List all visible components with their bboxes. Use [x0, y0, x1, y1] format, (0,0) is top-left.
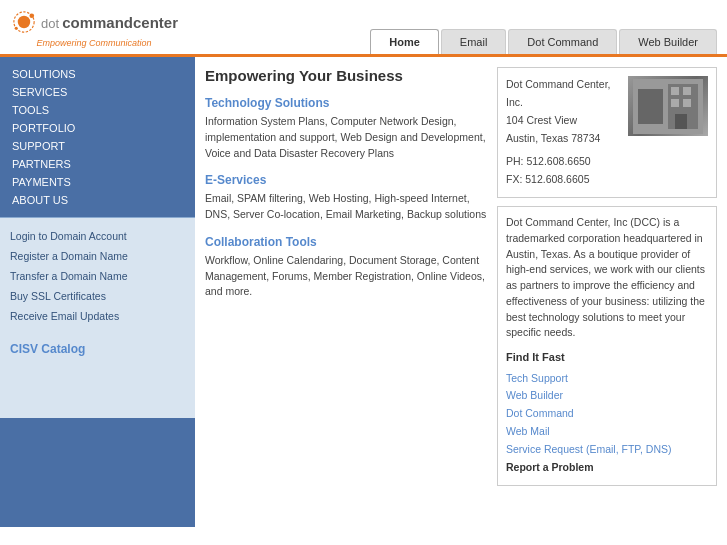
sidebar-link-register[interactable]: Register a Domain Name [10, 246, 185, 266]
quick-link-web-mail[interactable]: Web Mail [506, 423, 708, 441]
logo-dot-text: dot [41, 16, 59, 31]
logo-area: dot commandcenter Empowering Communicati… [10, 8, 178, 54]
svg-rect-8 [683, 87, 691, 95]
sidebar-item-portfolio[interactable]: PORTFOLIO [10, 119, 185, 137]
sidebar-item-solutions[interactable]: SOLUTIONS [10, 65, 185, 83]
svg-rect-5 [638, 89, 663, 124]
sidebar-link-ssl[interactable]: Buy SSL Certificates [10, 286, 185, 306]
section-text-tech: Information System Plans, Computer Netwo… [205, 114, 487, 161]
quick-link-dot-command[interactable]: Dot Command [506, 405, 708, 423]
content-left: Empowering Your Business Technology Solu… [205, 67, 487, 517]
svg-rect-9 [671, 99, 679, 107]
sidebar-item-tools[interactable]: TOOLS [10, 101, 185, 119]
svg-rect-11 [675, 114, 687, 129]
content-right: Dot Command Center, Inc. 104 Crest View … [497, 67, 717, 517]
company-phone: PH: 512.608.6650 [506, 153, 708, 171]
sidebar-item-services[interactable]: SERVICES [10, 83, 185, 101]
main-layout: SOLUTIONS SERVICES TOOLS PORTFOLIO SUPPO… [0, 57, 727, 527]
quick-link-tech-support[interactable]: Tech Support [506, 370, 708, 388]
quick-link-report-problem[interactable]: Report a Problem [506, 459, 708, 477]
svg-rect-7 [671, 87, 679, 95]
quick-link-web-builder[interactable]: Web Builder [506, 387, 708, 405]
section-heading-collab: Collaboration Tools [205, 235, 487, 249]
main-heading: Empowering Your Business [205, 67, 487, 84]
section-text-eservices: Email, SPAM filtering, Web Hosting, High… [205, 191, 487, 223]
svg-rect-10 [683, 99, 691, 107]
nav-tabs: Home Email Dot Command Web Builder [370, 29, 717, 54]
logo-text-block: dot commandcenter [41, 14, 178, 31]
tagline: Empowering Communication [10, 38, 178, 48]
section-text-collab: Workflow, Online Calendaring, Document S… [205, 253, 487, 300]
sidebar-link-login[interactable]: Login to Domain Account [10, 226, 185, 246]
sidebar-bottom-links: Login to Domain Account Register a Domai… [0, 218, 195, 418]
sidebar-top-menu: SOLUTIONS SERVICES TOOLS PORTFOLIO SUPPO… [0, 57, 195, 217]
tab-email[interactable]: Email [441, 29, 507, 54]
sidebar-item-about-us[interactable]: ABOUT US [10, 191, 185, 209]
about-block: Dot Command Center, Inc (DCC) is a trade… [497, 206, 717, 486]
tab-dot-command[interactable]: Dot Command [508, 29, 617, 54]
company-photo-inner [628, 76, 708, 136]
section-heading-tech: Technology Solutions [205, 96, 487, 110]
sidebar-item-partners[interactable]: PARTNERS [10, 155, 185, 173]
sidebar-link-email-updates[interactable]: Receive Email Updates [10, 306, 185, 326]
svg-point-0 [18, 16, 30, 28]
svg-point-3 [15, 27, 18, 30]
company-photo [628, 76, 708, 136]
svg-point-2 [29, 13, 34, 18]
address-block: Dot Command Center, Inc. 104 Crest View … [497, 67, 717, 198]
sidebar-item-support[interactable]: SUPPORT [10, 137, 185, 155]
content-area: Empowering Your Business Technology Solu… [195, 57, 727, 527]
section-heading-eservices: E-Services [205, 173, 487, 187]
photo-placeholder-svg [633, 79, 703, 134]
sidebar: SOLUTIONS SERVICES TOOLS PORTFOLIO SUPPO… [0, 57, 195, 527]
page-wrapper: dot commandcenter Empowering Communicati… [0, 0, 727, 545]
sidebar-link-cisv[interactable]: CISV Catalog [10, 338, 185, 360]
company-fax: FX: 512.608.6605 [506, 171, 708, 189]
logo-main-text: commandcenter [62, 14, 178, 31]
sidebar-item-payments[interactable]: PAYMENTS [10, 173, 185, 191]
find-it-fast-heading: Find It Fast [506, 349, 708, 366]
tab-web-builder[interactable]: Web Builder [619, 29, 717, 54]
about-text: Dot Command Center, Inc (DCC) is a trade… [506, 215, 708, 341]
quick-link-service-request[interactable]: Service Request (Email, FTP, DNS) [506, 441, 708, 459]
tab-home[interactable]: Home [370, 29, 439, 54]
logo-icon [10, 8, 38, 36]
sidebar-link-transfer[interactable]: Transfer a Domain Name [10, 266, 185, 286]
logo: dot commandcenter [10, 8, 178, 36]
header: dot commandcenter Empowering Communicati… [0, 0, 727, 57]
